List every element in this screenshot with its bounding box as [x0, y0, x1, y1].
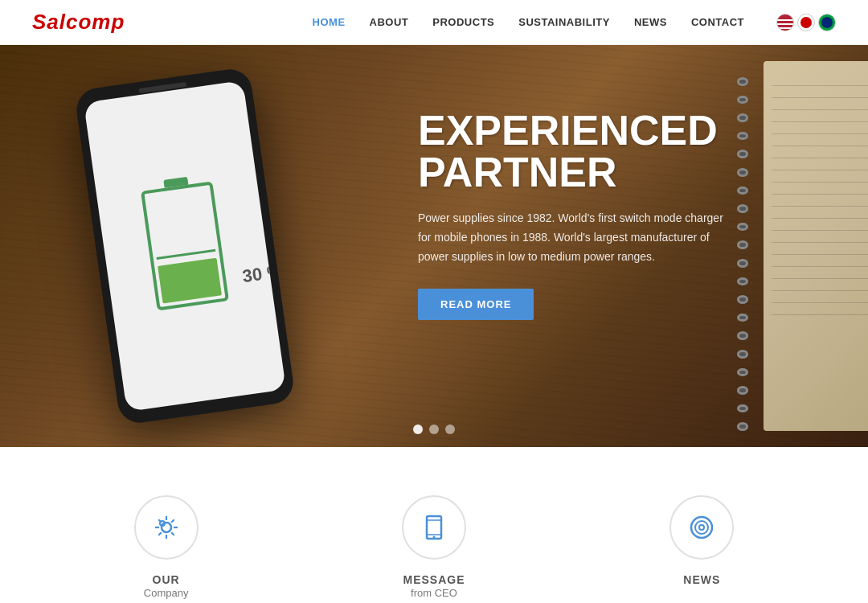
- message-ceo-label-line1: MESSAGE: [403, 572, 465, 587]
- logo[interactable]: Salcomp: [32, 10, 125, 35]
- header: Salcomp HOME ABOUT PRODUCTS SUSTAINABILI…: [0, 0, 868, 45]
- news-label-line1: NEWS: [683, 572, 720, 587]
- message-ceo-label: MESSAGE from CEO: [403, 572, 465, 601]
- svg-point-16: [699, 525, 704, 530]
- bottom-section: OUR Company MESSAGE from CEO: [0, 447, 868, 603]
- flag-us-icon[interactable]: [776, 14, 794, 31]
- nav-about[interactable]: ABOUT: [370, 16, 409, 28]
- message-ceo-label-line2: from CEO: [403, 587, 465, 601]
- bottom-item-message-ceo[interactable]: MESSAGE from CEO: [354, 495, 514, 601]
- nav-sustainability[interactable]: SUSTAINABILITY: [518, 16, 610, 28]
- main-nav: HOME ABOUT PRODUCTS SUSTAINABILITY NEWS …: [313, 14, 836, 31]
- svg-line-7: [171, 519, 174, 523]
- notebook-decoration: [747, 61, 868, 431]
- our-company-label-line2: Company: [144, 587, 189, 601]
- nav-contact[interactable]: CONTACT: [691, 16, 744, 28]
- slider-dot-3[interactable]: [445, 425, 455, 434]
- tablet-icon: [419, 512, 449, 543]
- hero-subtitle: Power supplies since 1982. World's first…: [418, 209, 723, 266]
- target-icon: [686, 512, 717, 543]
- phone-decoration: 30 %: [48, 61, 321, 447]
- bottom-item-news[interactable]: NEWS: [621, 495, 782, 587]
- battery-divider: [157, 249, 216, 260]
- svg-point-13: [432, 536, 435, 539]
- phone: 30 %: [74, 67, 296, 426]
- nav-products[interactable]: PRODUCTS: [432, 16, 494, 28]
- phone-screen: 30 %: [84, 80, 286, 412]
- our-company-label-line1: OUR: [144, 572, 189, 587]
- svg-point-0: [162, 523, 171, 532]
- news-label: NEWS: [683, 572, 720, 587]
- hero-text-block: EXPERIENCED PARTNER Power supplies since…: [418, 109, 723, 320]
- slider-dot-2[interactable]: [429, 425, 439, 434]
- hero-title: EXPERIENCED PARTNER: [418, 109, 723, 193]
- news-icon-circle: [669, 495, 734, 560]
- battery-percent: 30 %: [241, 261, 284, 288]
- slider-dot-1[interactable]: [413, 425, 423, 434]
- svg-line-8: [158, 532, 162, 535]
- slider-dots: [413, 425, 455, 434]
- flag-brazil-icon[interactable]: [818, 14, 836, 31]
- svg-line-6: [171, 532, 174, 535]
- hero-section: 30 % EXPERIENCED PARTNER Power supplies …: [0, 45, 868, 447]
- read-more-button[interactable]: READ MORE: [418, 289, 534, 320]
- svg-rect-10: [427, 516, 441, 539]
- our-company-label: OUR Company: [144, 572, 189, 601]
- nav-news[interactable]: NEWS: [634, 16, 667, 28]
- gear-icon: [151, 512, 182, 543]
- battery-top: [163, 177, 188, 188]
- svg-point-14: [691, 517, 712, 538]
- our-company-icon-circle: [134, 495, 199, 560]
- battery-body: 30 %: [141, 181, 229, 310]
- nav-home[interactable]: HOME: [313, 16, 346, 28]
- battery-fill: [158, 258, 222, 304]
- message-ceo-icon-circle: [402, 495, 466, 560]
- battery-display: 30 %: [141, 181, 229, 310]
- bottom-item-our-company[interactable]: OUR Company: [86, 495, 247, 601]
- language-selector[interactable]: [776, 14, 836, 31]
- flag-japan-icon[interactable]: [797, 14, 815, 31]
- svg-point-15: [695, 521, 708, 534]
